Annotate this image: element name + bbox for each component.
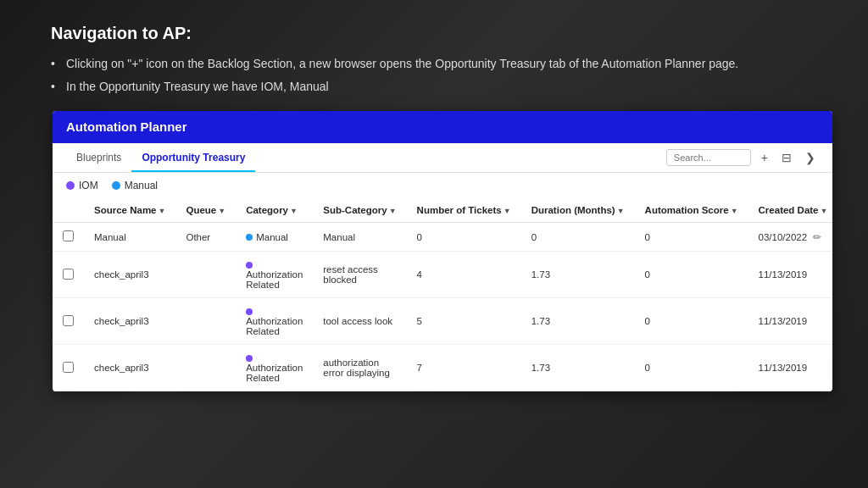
cell-duration: 1.73 — [521, 345, 635, 391]
col-checkbox — [53, 198, 84, 223]
manual-label: Manual — [125, 180, 158, 191]
edit-icon[interactable]: ✏ — [810, 231, 821, 243]
cell-created-date: 11/13/2019 — [748, 298, 832, 345]
col-automation-score[interactable]: Automation Score▼ — [635, 198, 748, 223]
tabs-row: Blueprints Opportunity Treasury + ⊟ ❯ — [53, 143, 832, 173]
table-header-row: Source Name▼ Queue▼ Category▼ Sub-Catego… — [53, 198, 832, 223]
col-created-date[interactable]: Created Date▼ — [748, 198, 832, 223]
tab-opportunity-treasury[interactable]: Opportunity Treasury — [131, 143, 255, 172]
category-dot-icon — [246, 234, 253, 241]
bullet-list: Clicking on "+" icon on the Backlog Sect… — [51, 55, 834, 96]
cell-queue — [175, 345, 236, 391]
category-dot-icon — [246, 355, 253, 362]
col-duration[interactable]: Duration (Months)▼ — [521, 198, 635, 223]
bullet-item-1: Clicking on "+" icon on the Backlog Sect… — [51, 55, 834, 73]
filter-button[interactable]: ⊟ — [778, 149, 795, 166]
manual-dot — [112, 181, 120, 190]
table-row: ManualOtherManualManual00003/10/2022 ✏ — [53, 223, 832, 252]
legend-row: IOM Manual — [53, 173, 832, 198]
cell-source-name: check_april3 — [84, 345, 175, 391]
category-dot-icon — [246, 308, 253, 315]
cell-sub-category: authorization error displaying — [313, 345, 406, 391]
cell-num-tickets: 7 — [407, 345, 521, 391]
cell-category: Authorization Related — [236, 252, 313, 298]
panel-header: Automation Planner — [53, 111, 832, 143]
col-source-name[interactable]: Source Name▼ — [84, 198, 175, 223]
cell-automation-score: 0 — [635, 223, 748, 252]
table-row: check_april3Authorization Relatedauthori… — [53, 345, 832, 391]
cell-source-name: Manual — [84, 223, 175, 252]
cell-source-name: check_april3 — [84, 252, 175, 298]
cell-created-date: 11/13/2019 — [748, 252, 832, 298]
tab-blueprints[interactable]: Blueprints — [66, 143, 131, 172]
cell-automation-score: 0 — [635, 298, 748, 345]
row-checkbox[interactable] — [63, 230, 74, 241]
cell-created-date: 11/13/2019 — [748, 345, 832, 391]
cell-num-tickets: 4 — [407, 252, 521, 298]
panel-title: Automation Planner — [66, 119, 187, 134]
table-row: check_april3Authorization Relatedtool ac… — [53, 298, 832, 345]
col-queue[interactable]: Queue▼ — [175, 198, 236, 223]
row-checkbox[interactable] — [63, 269, 74, 280]
cell-category: Authorization Related — [236, 345, 313, 391]
cell-automation-score: 0 — [635, 345, 748, 391]
cell-num-tickets: 5 — [407, 298, 521, 345]
opportunities-table: Source Name▼ Queue▼ Category▼ Sub-Catego… — [53, 198, 832, 391]
cell-duration: 1.73 — [521, 252, 635, 298]
add-button[interactable]: + — [758, 149, 771, 166]
cell-category: Authorization Related — [236, 298, 313, 345]
iom-label: IOM — [79, 180, 98, 191]
page-heading: Navigation to AP: — [51, 24, 834, 43]
iom-dot — [66, 181, 75, 190]
cell-sub-category: tool access look — [313, 298, 406, 345]
cell-duration: 1.73 — [521, 298, 635, 345]
cell-sub-category: Manual — [313, 223, 406, 252]
cell-queue — [175, 252, 236, 298]
legend-manual: Manual — [112, 180, 158, 191]
row-checkbox[interactable] — [63, 362, 74, 373]
tab-actions: + ⊟ ❯ — [666, 149, 819, 166]
bullet-item-2: In the Opportunity Treasury we have IOM,… — [51, 78, 834, 96]
col-num-tickets[interactable]: Number of Tickets▼ — [407, 198, 521, 223]
table-row: check_april3Authorization Relatedreset a… — [53, 252, 832, 298]
legend-iom: IOM — [66, 180, 98, 191]
col-category[interactable]: Category▼ — [236, 198, 313, 223]
row-checkbox[interactable] — [63, 315, 74, 326]
category-dot-icon — [246, 262, 253, 269]
cell-queue: Other — [175, 223, 236, 252]
cell-queue — [175, 298, 236, 345]
cell-num-tickets: 0 — [407, 223, 521, 252]
cell-automation-score: 0 — [635, 252, 748, 298]
cell-duration: 0 — [521, 223, 635, 252]
cell-category: Manual — [236, 223, 313, 252]
col-sub-category[interactable]: Sub-Category▼ — [313, 198, 406, 223]
cell-source-name: check_april3 — [84, 298, 175, 345]
cell-created-date: 03/10/2022 ✏ — [748, 223, 832, 252]
cell-sub-category: reset access blocked — [313, 252, 406, 298]
chevron-down-icon[interactable]: ❯ — [802, 149, 819, 166]
search-input[interactable] — [666, 149, 751, 166]
automation-planner-panel: Automation Planner Blueprints Opportunit… — [53, 111, 832, 391]
